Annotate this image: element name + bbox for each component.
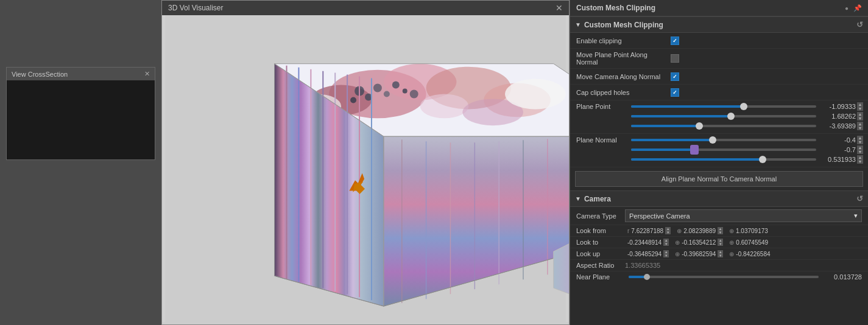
- plane-normal-slider-3[interactable]: [631, 155, 816, 164]
- spin-down-2[interactable]: ▼: [857, 116, 863, 121]
- look-to-v2-spin: ▲ ▼: [718, 239, 723, 246]
- near-plane-thumb[interactable]: [644, 274, 650, 280]
- cross-section-header: View CrossSection ✕: [7, 68, 155, 80]
- svg-point-14: [410, 90, 418, 99]
- plane-point-spin-1: ▲ ▼: [857, 102, 863, 111]
- look-up-v3-group: ⊕ -0.84226584: [729, 251, 770, 257]
- visualiser-close[interactable]: ✕: [556, 4, 563, 12]
- right-panel: Custom Mesh Clipping ● 📌 ▼ Custom Mesh C…: [570, 0, 868, 325]
- svg-point-12: [392, 82, 400, 89]
- enable-clipping-row: Enable clipping ✓: [570, 33, 868, 49]
- look-from-y-value: 1.03709173: [736, 228, 768, 234]
- normal-spin-down-2[interactable]: ▼: [857, 150, 863, 154]
- slider-thumb-2[interactable]: [727, 113, 735, 120]
- slider-fill-3: [631, 125, 702, 127]
- plane-point-slider-3-row: -3.69389 ▲ ▼: [576, 122, 863, 130]
- move-plane-point-label: Move Plane Point Along Normal: [576, 51, 671, 66]
- plane-normal-slider-2[interactable]: [631, 145, 816, 154]
- camera-type-label: Camera Type: [576, 212, 625, 220]
- camera-type-dropdown[interactable]: Perspective Camera ▾: [625, 209, 862, 222]
- look-up-v1: -0.36485294: [627, 251, 662, 257]
- cross-section-title: View CrossSection: [12, 71, 68, 78]
- cap-clipped-row: Cap clipped holes ✓: [570, 85, 868, 100]
- slider-thumb-1[interactable]: [740, 103, 747, 110]
- normal-slider-thumb-1[interactable]: [709, 136, 716, 144]
- plane-point-slider-3[interactable]: [631, 122, 816, 130]
- look-from-r-value: 7.62287188: [631, 228, 663, 234]
- look-to-v1-down[interactable]: ▼: [663, 242, 669, 246]
- move-camera-row: Move Camera Along Normal ✓: [570, 69, 868, 85]
- aspect-ratio-row: Aspect Ratio 1.33665335: [570, 260, 868, 271]
- look-to-v3-group: ⊕ 0.60745549: [729, 239, 768, 246]
- normal-spin-up-2[interactable]: ▲: [857, 145, 863, 150]
- svg-point-11: [384, 91, 390, 97]
- plane-point-slider-2-row: 1.68262 ▲ ▼: [576, 112, 863, 121]
- normal-slider-thumb-3[interactable]: [759, 156, 766, 163]
- look-up-v1-down[interactable]: ▼: [663, 254, 669, 257]
- section-arrow: ▼: [575, 21, 581, 28]
- normal-slider-fill-1: [631, 139, 715, 141]
- camera-section-label: Camera: [584, 195, 611, 203]
- plane-normal-slider-1[interactable]: [631, 136, 816, 144]
- spin-up-2[interactable]: ▲: [857, 112, 863, 116]
- svg-point-17: [505, 79, 566, 110]
- visualiser-content: [162, 15, 569, 322]
- spin-down-3[interactable]: ▼: [857, 126, 863, 130]
- look-from-x-value: 2.08239889: [683, 228, 716, 234]
- slider-fill-2: [631, 115, 733, 117]
- spin-up-3[interactable]: ▲: [857, 122, 863, 126]
- panel-title: Custom Mesh Clipping: [576, 4, 655, 12]
- move-camera-checkbox[interactable]: ✓: [671, 72, 679, 81]
- move-camera-label: Move Camera Along Normal: [576, 73, 671, 80]
- look-to-v3: 0.60745549: [736, 239, 768, 246]
- look-from-x-down[interactable]: ▼: [718, 231, 723, 234]
- look-from-x-spin: ▲ ▼: [718, 227, 723, 234]
- reset-icon[interactable]: ↺: [856, 20, 863, 29]
- plane-point-value-3: -3.69389: [816, 122, 856, 130]
- normal-slider-thumb-2-purple[interactable]: [690, 145, 699, 155]
- look-up-v2-down[interactable]: ▼: [718, 254, 723, 257]
- look-from-r-spin: ▲ ▼: [665, 227, 671, 234]
- look-to-v2-down[interactable]: ▼: [718, 242, 723, 246]
- near-plane-row: Near Plane 0.013728: [570, 271, 868, 282]
- spin-down-1[interactable]: ▼: [857, 107, 863, 111]
- slider-thumb-3[interactable]: [696, 122, 703, 130]
- look-to-v2-group: ⊕ -0.16354212 ▲ ▼: [675, 239, 723, 246]
- dot-icon: ●: [845, 5, 849, 12]
- panel-title-bar: Custom Mesh Clipping ● 📌: [570, 0, 868, 16]
- plane-normal-value-2: -0.7: [816, 146, 856, 153]
- look-up-row: Look up -0.36485294 ▲ ▼ ⊕ -0.39682594 ▲ …: [570, 248, 868, 260]
- section-header-clipping[interactable]: ▼ Custom Mesh Clipping ↺: [570, 16, 868, 33]
- camera-section-header[interactable]: ▼ Camera ↺: [570, 190, 868, 207]
- center-panel: 3D Vol Visualiser ✕: [161, 0, 570, 325]
- near-plane-value: 0.013728: [822, 273, 862, 281]
- plane-point-value-1: -1.09333: [816, 103, 856, 110]
- look-from-x-label: ⊕: [677, 228, 682, 234]
- look-from-r-down[interactable]: ▼: [665, 231, 671, 234]
- look-to-row: Look to -0.23448914 ▲ ▼ ⊕ -0.16354212 ▲ …: [570, 237, 868, 248]
- enable-clipping-checkbox[interactable]: ✓: [671, 37, 679, 45]
- look-from-y-group: ⊕ 1.03709173: [729, 228, 768, 234]
- look-up-v2-group: ⊕ -0.39682594 ▲ ▼: [675, 250, 723, 257]
- plane-normal-slider-1-row: Plane Normal -0.4 ▲ ▼: [576, 136, 863, 144]
- normal-spin-up-3[interactable]: ▲: [857, 155, 863, 159]
- spin-up-1[interactable]: ▲: [857, 102, 863, 107]
- near-plane-label: Near Plane: [576, 273, 625, 281]
- plane-point-slider-2[interactable]: [631, 112, 816, 121]
- normal-spin-up-1[interactable]: ▲: [857, 136, 863, 140]
- camera-reset-icon[interactable]: ↺: [856, 194, 863, 203]
- camera-type-row: Camera Type Perspective Camera ▾: [570, 207, 868, 225]
- move-plane-point-checkbox[interactable]: [671, 54, 679, 63]
- move-plane-point-value: [671, 54, 862, 63]
- section-label: Custom Mesh Clipping: [584, 21, 663, 29]
- cross-section-close[interactable]: ✕: [144, 70, 150, 78]
- plane-point-slider-1[interactable]: [631, 102, 816, 111]
- look-to-v2: -0.16354212: [682, 239, 716, 246]
- near-plane-slider[interactable]: [629, 276, 819, 278]
- look-up-v1-spin: ▲ ▼: [663, 250, 669, 257]
- normal-spin-down-1[interactable]: ▼: [857, 140, 863, 144]
- normal-spin-down-3[interactable]: ▼: [857, 159, 863, 164]
- cap-clipped-checkbox[interactable]: ✓: [671, 88, 679, 97]
- align-button[interactable]: Align Plane Normal To Camera Normal: [575, 171, 863, 187]
- pin-icon[interactable]: 📌: [853, 4, 862, 12]
